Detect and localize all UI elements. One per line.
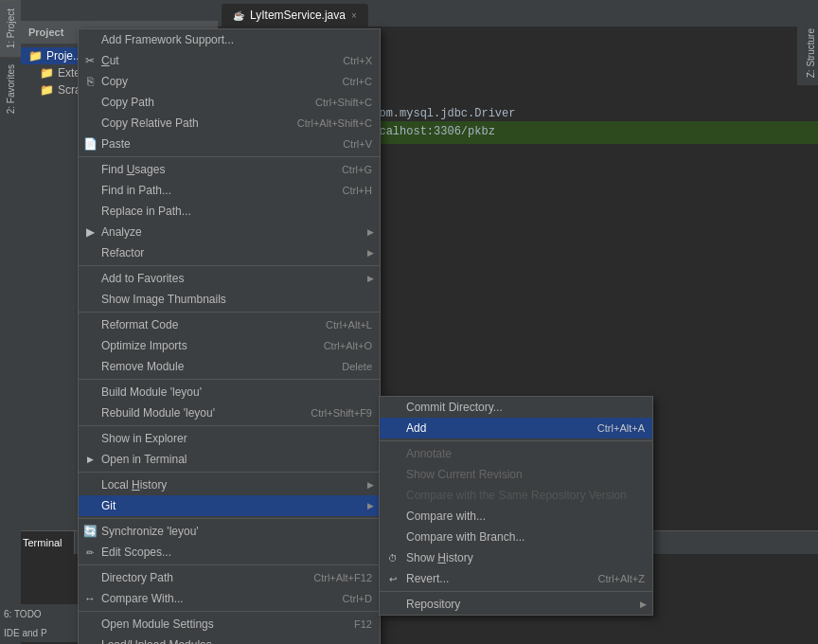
rebuild-shortcut: Ctrl+Shift+F9 [311,407,372,419]
menu-item-synchronize[interactable]: 🔄 Synchronize 'leyou' [79,521,380,542]
find-usages-shortcut: Ctrl+G [342,164,372,175]
git-item-compare-branch[interactable]: Compare with Branch... [380,527,652,547]
menu-item-remove-module[interactable]: Remove Module Delete [79,356,380,377]
refactor-label: Refactor [101,246,144,259]
remove-module-shortcut: Delete [342,361,372,372]
module-settings-label: Open Module Settings [101,617,214,631]
find-in-path-shortcut: Ctrl+H [343,185,372,196]
editor-tab-lyitemservice[interactable]: ☕ LyItemService.java × [222,4,368,27]
copy-relative-label: Copy Relative Path [101,116,199,130]
menu-item-show-thumbnails[interactable]: Show Image Thumbnails [79,289,380,310]
todo-bar: 6: TODO [0,604,78,623]
ide-bar: IDE and P [0,623,78,642]
add-label: Add [406,421,426,435]
sidebar-item-favorites[interactable]: 2: Favorites [0,56,21,121]
menu-separator-4 [79,379,380,380]
add-shortcut: Ctrl+Alt+A [597,422,645,434]
git-item-commit-dir[interactable]: Commit Directory... [380,397,652,418]
rebuild-module-label: Rebuild Module 'leyou' [101,406,215,420]
cut-label: Cut [101,54,119,67]
menu-item-find-usages[interactable]: Find Usages Ctrl+G [79,159,380,180]
menu-item-add-favorites[interactable]: Add to Favorites [79,268,380,289]
menu-item-show-explorer[interactable]: Show in Explorer [79,428,380,449]
copy-relative-shortcut: Ctrl+Alt+Shift+C [297,117,372,129]
copy-path-shortcut: Ctrl+Shift+C [315,97,372,108]
paste-icon: 📄 [82,137,98,151]
menu-item-build-module[interactable]: Build Module 'leyou' [79,382,380,402]
menu-item-load-unload[interactable]: Load/Unload Modules... [79,635,380,644]
terminal-tab-label: Terminal [23,537,62,548]
file-icon: ☕ [233,10,244,21]
compare-branch-label: Compare with Branch... [406,530,525,544]
git-item-show-history[interactable]: ⏱ Show History [380,547,652,568]
left-sidebar: 1: Project 2: Favorites [0,0,21,644]
copy-path-label: Copy Path [101,96,154,109]
menu-item-paste[interactable]: 📄 Paste Ctrl+V [79,134,380,154]
repository-label: Repository [406,598,460,611]
reformat-label: Reformat Code [101,318,178,331]
menu-item-copy[interactable]: ⎘ Copy Ctrl+C [79,71,380,92]
menu-item-edit-scopes[interactable]: ✏ Edit Scopes... [79,542,380,563]
git-item-revert[interactable]: ↩ Revert... Ctrl+Alt+Z [380,568,652,589]
copy-icon: ⎘ [82,75,98,88]
menu-item-local-history[interactable]: Local History [79,474,380,495]
menu-item-reformat[interactable]: Reformat Code Ctrl+Alt+L [79,314,380,335]
menu-separator-2 [79,265,380,266]
menu-separator-8 [79,564,380,565]
paste-label: Paste [101,137,131,151]
terminal-icon-menu: ▶ [82,455,98,464]
git-separator-2 [380,591,652,592]
history-clock-icon: ⏱ [385,553,400,564]
menu-separator-9 [79,611,380,612]
git-item-annotate: Annotate [380,443,652,464]
menu-item-open-terminal[interactable]: ▶ Open in Terminal [79,449,380,470]
copy-shortcut: Ctrl+C [343,76,372,87]
analyze-label: Analyze [101,225,142,239]
menu-item-find-in-path[interactable]: Find in Path... Ctrl+H [79,180,380,201]
menu-item-optimize-imports[interactable]: Optimize Imports Ctrl+Alt+O [79,335,380,356]
menu-item-git[interactable]: Git [79,495,380,516]
menu-item-directory-path[interactable]: Directory Path Ctrl+Alt+F12 [79,567,380,588]
replace-in-path-label: Replace in Path... [101,205,191,218]
sidebar-item-structure[interactable]: Z: Structure [797,21,818,85]
menu-item-copy-path[interactable]: Copy Path Ctrl+Shift+C [79,92,380,113]
menu-separator-5 [79,425,380,426]
dir-path-shortcut: Ctrl+Alt+F12 [313,572,372,583]
menu-item-refactor[interactable]: Refactor [79,242,380,263]
git-item-show-revision: Show Current Revision [380,464,652,485]
compare-icon: ↔ [82,592,98,605]
revert-shortcut: Ctrl+Alt+Z [597,573,645,584]
menu-item-copy-relative[interactable]: Copy Relative Path Ctrl+Alt+Shift+C [79,113,380,134]
find-usages-label: Find Usages [101,163,165,176]
folder-icon: 📁 [28,49,43,63]
right-vtabs: Z: Structure [797,21,818,85]
ide-bar-label[interactable]: IDE and P [4,628,47,638]
editor-tabs: ☕ LyItemService.java × [218,0,818,27]
tab-close-icon[interactable]: × [351,10,357,21]
directory-path-label: Directory Path [101,571,173,584]
git-item-repository[interactable]: Repository [380,594,652,615]
cut-icon: ✂ [82,54,98,67]
menu-item-cut[interactable]: ✂ Cut Ctrl+X [79,50,380,71]
menu-item-rebuild-module[interactable]: Rebuild Module 'leyou' Ctrl+Shift+F9 [79,402,380,423]
module-settings-shortcut: F12 [354,618,372,630]
menu-separator-7 [79,518,380,519]
git-item-add[interactable]: Add Ctrl+Alt+A [380,418,652,438]
todo-bar-label[interactable]: 6: TODO [4,609,42,619]
commit-dir-label: Commit Directory... [406,401,503,414]
analyze-arrow-icon: ▶ [82,225,98,239]
menu-item-compare-with[interactable]: ↔ Compare With... Ctrl+D [79,588,380,609]
menu-item-replace-in-path[interactable]: Replace in Path... [79,201,380,222]
sidebar-item-project[interactable]: 1: Project [0,0,21,56]
context-menu: Add Framework Support... ✂ Cut Ctrl+X ⎘ … [78,28,381,644]
show-thumbnails-label: Show Image Thumbnails [101,293,226,306]
git-item-compare-with[interactable]: Compare with... [380,506,652,527]
cut-shortcut: Ctrl+X [343,55,372,66]
revert-icon: ↩ [385,574,400,584]
optimize-shortcut: Ctrl+Alt+O [324,340,372,351]
menu-item-add-framework[interactable]: Add Framework Support... [79,29,380,50]
menu-item-analyze[interactable]: ▶ Analyze [79,222,380,242]
menu-item-module-settings[interactable]: Open Module Settings F12 [79,614,380,635]
menu-separator-6 [79,472,380,473]
folder-icon: 📁 [40,66,54,80]
